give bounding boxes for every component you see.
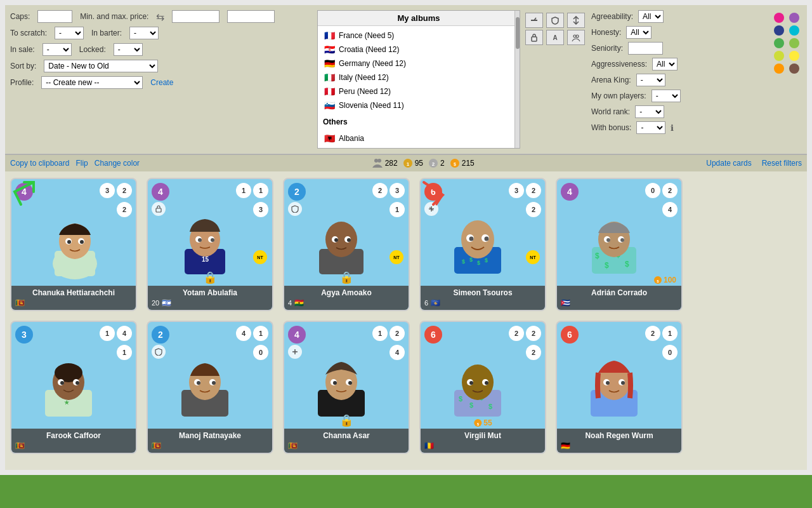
card-extra-stat-farook: 1 (117, 345, 132, 360)
card-level-agya: 2 (288, 183, 306, 201)
card-info-virgili: 🇷🇴 (424, 441, 541, 450)
album-slovenia[interactable]: 🇸🇮 Slovenia (Need 11) (323, 98, 514, 112)
svg-text:1: 1 (406, 161, 409, 167)
locked-select[interactable]: -YesNo (114, 43, 143, 56)
color-dot-brown[interactable] (789, 64, 799, 74)
color-dot-orange[interactable] (774, 64, 784, 74)
stat-3: 2 (526, 202, 541, 217)
icon-btn-height[interactable] (567, 13, 585, 28)
svg-text:★: ★ (64, 399, 70, 406)
color-dot-yellow[interactable] (789, 51, 799, 61)
album-germany[interactable]: 🇩🇪 Germany (Need 12) (323, 57, 514, 70)
card-info-chanuka: 🇱🇰 (15, 298, 132, 307)
update-cards-link[interactable]: Update cards (706, 159, 751, 168)
svg-point-27 (211, 238, 214, 242)
color-dot-lime[interactable] (789, 38, 799, 48)
seniority-input[interactable] (628, 42, 663, 55)
album-france[interactable]: 🇫🇷 France (Need 5) (323, 29, 514, 43)
card-footer-agya: Agya Amoako 4 🇬🇭 (284, 286, 409, 310)
svg-text:$: $ (625, 260, 629, 269)
coin-icon-virgili: $ (473, 418, 482, 427)
svg-point-67 (75, 381, 79, 385)
barter-select[interactable]: -YesNo (129, 27, 159, 39)
card-manoj[interactable]: 2 4 1 0 (147, 321, 273, 454)
cards-row-1: 4 3 2 2 (10, 178, 802, 311)
bonus-info-icon[interactable]: ℹ (671, 123, 674, 133)
card-level-adrian: 4 (561, 183, 579, 201)
album-peru[interactable]: 🇵🇪 Peru (Need 12) (323, 84, 514, 98)
stat-2: 4 (117, 326, 132, 341)
price-max-input[interactable] (227, 10, 275, 23)
stat-1: 0 (645, 183, 660, 198)
card-channa[interactable]: 4 1 2 4 (283, 321, 410, 454)
card-level-farook: 3 (15, 326, 33, 344)
album-albania[interactable]: 🇦🇱 Albania (323, 131, 514, 145)
card-adrian[interactable]: 4 0 2 4 $ $ $ $ (556, 178, 683, 311)
price-min-input[interactable] (172, 10, 219, 23)
scratch-label: To scratch: (10, 29, 47, 37)
card-noah[interactable]: 6 2 1 0 (556, 321, 683, 454)
own-players-select[interactable]: -YesNo (652, 90, 681, 102)
stat-1: 3 (509, 183, 524, 198)
arena-king-select[interactable]: -YesNo (636, 74, 665, 86)
card-farook[interactable]: 3 1 4 1 (10, 321, 137, 454)
stat-1: 1 (100, 326, 115, 341)
flip-link[interactable]: Flip (75, 159, 88, 168)
card-icon-agya (288, 202, 302, 216)
color-dot-cyan[interactable] (789, 25, 799, 36)
color-dot-violet[interactable] (789, 13, 799, 23)
stat-2: 2 (390, 326, 405, 341)
svg-point-19 (67, 240, 71, 244)
card-name-manoj: Manoj Ratnayake (152, 431, 268, 440)
color-dot-pink[interactable] (774, 13, 784, 23)
icon-btn-lock[interactable] (525, 30, 543, 45)
icon-btn-defense[interactable] (546, 13, 564, 28)
color-dot-green[interactable] (774, 38, 784, 48)
with-bonus-select[interactable]: -YesNo (636, 121, 665, 134)
card-yotam[interactable]: 4 1 1 3 (147, 178, 273, 311)
card-icon-yotam (152, 202, 166, 216)
player-img-simeon: $ $ $ $ (436, 208, 532, 284)
card-level-noah: 6 (561, 326, 579, 344)
card-info-manoj: 🇱🇰 (152, 441, 268, 450)
svg-point-43 (485, 237, 489, 241)
card-extra-stat-manoj: 0 (253, 345, 268, 360)
scratch-select[interactable]: -YesNo (55, 27, 84, 39)
profile-select[interactable]: -- Create new -- (41, 76, 143, 89)
coin-count: 215 (462, 159, 475, 168)
coin-icon: $ (450, 158, 460, 168)
svg-point-91 (469, 381, 473, 385)
icon-btn-speed[interactable] (525, 13, 543, 28)
caps-input[interactable] (37, 10, 72, 23)
icon-btn-team[interactable] (567, 30, 585, 45)
sale-select[interactable]: -YesNo (43, 43, 72, 56)
honesty-select[interactable]: All12345 (626, 26, 652, 39)
sale-label: In sale: (10, 45, 35, 54)
icon-btn-ability[interactable]: A (546, 30, 564, 45)
nt-badge-agya: NT (390, 250, 403, 264)
album-italy[interactable]: 🇮🇹 Italy (Need 12) (323, 70, 514, 84)
card-simeon[interactable]: 6 3 2 2 (419, 178, 546, 311)
sort-select[interactable]: Date - New to Old Date - Old to New Rati… (44, 60, 158, 72)
card-stats-manoj: 4 1 (236, 326, 268, 341)
create-link[interactable]: Create (150, 78, 173, 87)
color-dot-yellow-green[interactable] (774, 51, 784, 61)
card-agya[interactable]: 2 2 3 1 (283, 178, 410, 311)
card-extra-stat-channa: 4 (390, 345, 405, 360)
card-chanuka[interactable]: 4 3 2 2 (10, 178, 137, 311)
card-info-yotam: 20 🇮🇱 (152, 298, 268, 307)
card-virgili[interactable]: 6 2 2 2 $ $ $ $ (419, 321, 546, 454)
reset-filters-link[interactable]: Reset filters (762, 159, 802, 168)
album-croatia[interactable]: 🇭🇷 Croatia (Need 12) (323, 43, 514, 57)
svg-point-42 (469, 237, 474, 241)
svg-point-34 (347, 238, 351, 242)
color-dot-navy[interactable] (774, 25, 784, 36)
copy-clipboard-link[interactable]: Copy to clipboard (10, 159, 69, 168)
agreeability-select[interactable]: All12345 (638, 10, 664, 23)
svg-text:2: 2 (432, 161, 435, 167)
world-rank-select[interactable]: -YesNo (635, 105, 664, 118)
aggressiveness-label: Aggressiveness: (591, 60, 647, 69)
change-color-link[interactable]: Change color (95, 159, 140, 168)
aggressiveness-select[interactable]: All12345 (652, 58, 678, 70)
card-level-virgili: 6 (424, 326, 442, 344)
